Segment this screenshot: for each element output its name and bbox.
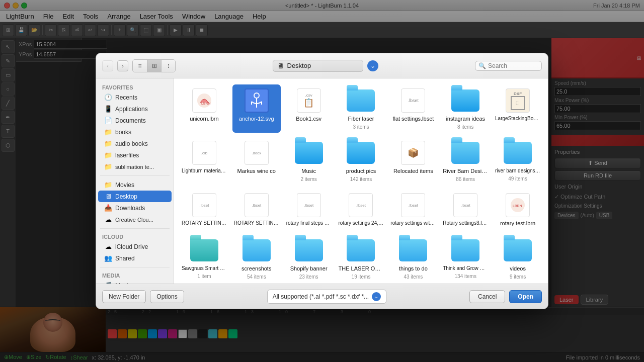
- downloads-icon: 📥: [104, 204, 112, 212]
- file-name-rotary-settings-2: ROTARY SETTINGS 2.lbset: [182, 220, 227, 226]
- sidebar-sublimation[interactable]: 📁 sublimation te...: [98, 161, 172, 172]
- favorites-label: Favorites: [96, 82, 174, 92]
- options-button[interactable]: Options: [150, 290, 184, 303]
- file-icon-flat-settings: .lbset: [399, 87, 427, 114]
- file-relocated[interactable]: 📦 Relocated items: [389, 137, 437, 185]
- sidebar-audio-books[interactable]: 📁 audio books: [98, 138, 172, 149]
- file-icon-things-to-do: [399, 237, 427, 263]
- desktop-sidebar-icon: 🖥: [104, 193, 112, 200]
- file-fiber-laser[interactable]: Fiber laser 3 items: [337, 84, 385, 133]
- sidebar-books[interactable]: 📁 books: [98, 126, 172, 138]
- file-river-barn-2[interactable]: river barn designs 2 set of logos 49 ite…: [494, 137, 542, 185]
- file-rotary-settings-2[interactable]: .lbset ROTARY SETTINGS 2.lbset: [180, 189, 228, 230]
- file-river-barn[interactable]: River Barn Designs 86 items: [441, 137, 490, 185]
- file-icon-book1csv: .csv 📋: [295, 87, 323, 114]
- file-grid-container[interactable]: LBRN unicorn.lbrn: [174, 78, 548, 284]
- file-sawgrass[interactable]: Sawgrass Smart Folder 1 item: [180, 234, 228, 283]
- file-name-rotary-24500: rotary settings 24,500 final.lbset: [339, 220, 384, 226]
- file-name-river-barn-2: river barn designs 2 set of logos: [495, 168, 540, 174]
- cancel-button[interactable]: Cancel: [469, 290, 505, 303]
- file-rotary-24500[interactable]: .lbset rotary settings 24,500 final.lbse…: [337, 189, 385, 230]
- sidebar-documents[interactable]: 📄 Documents: [98, 115, 172, 126]
- file-instagram[interactable]: instagram ideas 8 items: [441, 84, 490, 133]
- file-grid: LBRN unicorn.lbrn: [180, 84, 542, 284]
- file-icon-laser-outpost: [347, 237, 375, 263]
- sidebar-movies[interactable]: 📁 Movies: [98, 179, 172, 191]
- sidebar-laserfiles[interactable]: 📁 laserfiles: [98, 149, 172, 161]
- file-rotary-settings3[interactable]: .lbset Rotary settings3.lbset: [441, 189, 490, 230]
- file-dxf[interactable]: DXF ⬚ LargeStackingBoxesPattern001.dxf: [494, 84, 542, 133]
- open-button[interactable]: Open: [509, 290, 542, 303]
- file-library[interactable]: .clb Lightburn material Library.clb: [180, 137, 228, 185]
- column-view-button[interactable]: ⫶: [161, 60, 175, 72]
- dialog-body: Favorites 🕐 Recents 📱 Applications 📄 Doc…: [96, 78, 548, 284]
- file-name-library: Lightburn material Library.clb: [182, 168, 227, 174]
- file-meta-laser-outpost: 19 items: [352, 274, 371, 280]
- svg-point-2: [254, 93, 259, 98]
- file-name-things-to-do: things to do: [399, 265, 428, 272]
- sidebar-recents[interactable]: 🕐 Recents: [98, 92, 172, 103]
- file-laser-outpost[interactable]: THE LASER OUTPOST 19 items: [337, 234, 385, 283]
- file-name-rotary-settin-copy: ROTARY SETTIN...set copy: [234, 220, 279, 226]
- movies-icon: 📁: [104, 181, 112, 189]
- creative-cloud-icon: ☁: [104, 216, 112, 223]
- file-meta-screenshots: 54 items: [247, 274, 266, 280]
- file-meta-videos: 9 items: [510, 274, 526, 280]
- format-label: All supported (*.ai *.pdf *.sc *.dxf *..…: [273, 293, 369, 300]
- sidebar-music[interactable]: 🎵 Music: [98, 280, 172, 284]
- file-name-book1csv: Book1.csv: [296, 116, 321, 122]
- file-screenshots[interactable]: screenshots 54 items: [232, 234, 281, 283]
- file-anchor[interactable]: anchor-12.svg: [232, 84, 281, 133]
- sidebar-shared[interactable]: 👥 Shared: [98, 252, 172, 264]
- nav-forward-button[interactable]: ›: [117, 60, 128, 71]
- file-rotary-test[interactable]: LBRN rotary test.lbrn: [494, 189, 542, 230]
- file-book1csv[interactable]: .csv 📋 Book1.csv: [285, 84, 333, 133]
- nav-back-button[interactable]: ‹: [102, 60, 113, 71]
- file-meta-instagram: 8 items: [457, 124, 473, 130]
- file-markus[interactable]: .docx Markus wine co: [232, 137, 281, 185]
- file-icon-sawgrass: [190, 237, 218, 263]
- file-think-grow[interactable]: Think and Grow Rich-Th...BISHED] 134 ite…: [441, 234, 490, 283]
- sidebar-desktop[interactable]: 🖥 Desktop: [98, 191, 172, 202]
- file-rotary-ste[interactable]: .lbset rotary settings with ste...on.lbs…: [389, 189, 437, 230]
- file-name-flat-settings: flat settings.lbset: [392, 116, 434, 122]
- list-view-button[interactable]: ≡: [133, 60, 147, 72]
- file-name-rotary-final: rotary final steps per rotation .lbset: [286, 220, 332, 226]
- location-text: Desktop: [287, 62, 311, 69]
- file-name-sawgrass: Sawgrass Smart Folder: [182, 265, 227, 272]
- sidebar-downloads[interactable]: 📥 Downloads: [98, 202, 172, 214]
- file-name-think-grow: Think and Grow Rich-Th...BISHED]: [443, 265, 488, 272]
- file-rotary-final[interactable]: .lbset rotary final steps per rotation .…: [285, 189, 333, 230]
- location-box[interactable]: 🖥 Desktop: [273, 60, 363, 72]
- file-icon-relocated: 📦: [399, 140, 427, 166]
- file-unicorn[interactable]: LBRN unicorn.lbrn: [180, 84, 228, 133]
- grid-view-button[interactable]: ⊞: [147, 60, 161, 72]
- file-name-shopify: Shopify banner: [290, 265, 328, 272]
- file-rotary-settin-copy[interactable]: .lbset ROTARY SETTIN...set copy: [232, 189, 281, 230]
- file-name-river-barn: River Barn Designs: [443, 168, 488, 174]
- file-name-unicorn: unicorn.lbrn: [190, 116, 218, 122]
- file-videos[interactable]: videos 9 items: [494, 234, 542, 283]
- file-meta-river-barn-2: 49 items: [508, 176, 527, 182]
- search-box[interactable]: 🔍: [475, 61, 542, 71]
- sidebar-div-2: [100, 228, 170, 229]
- file-product-pics[interactable]: product pics 142 items: [337, 137, 385, 185]
- file-shopify[interactable]: Shopify banner 23 items: [285, 234, 333, 283]
- documents-icon: 📄: [104, 117, 112, 124]
- file-icon-library: .clb: [190, 140, 218, 166]
- location-chevron[interactable]: ⌄: [367, 60, 378, 71]
- search-input[interactable]: [488, 62, 538, 69]
- sidebar-creative-cloud[interactable]: ☁ Creative Clou...: [98, 214, 172, 225]
- file-things-to-do[interactable]: things to do 43 items: [389, 234, 437, 283]
- file-name-rotary-test: rotary test.lbrn: [500, 220, 535, 227]
- format-selector: All supported (*.ai *.pdf *.sc *.dxf *..…: [188, 290, 465, 304]
- format-box[interactable]: All supported (*.ai *.pdf *.sc *.dxf *..…: [267, 290, 386, 304]
- sublimation-icon: 📁: [104, 163, 112, 170]
- file-music[interactable]: Music 2 items: [285, 137, 333, 185]
- file-flat-settings[interactable]: .lbset flat settings.lbset: [389, 84, 437, 133]
- new-folder-button[interactable]: New Folder: [102, 290, 146, 303]
- sidebar-icloud-drive[interactable]: ☁ iCloud Drive: [98, 241, 172, 252]
- sidebar-applications[interactable]: 📱 Applications: [98, 103, 172, 115]
- file-name-videos: videos: [510, 265, 526, 272]
- file-meta-shopify: 23 items: [299, 274, 318, 280]
